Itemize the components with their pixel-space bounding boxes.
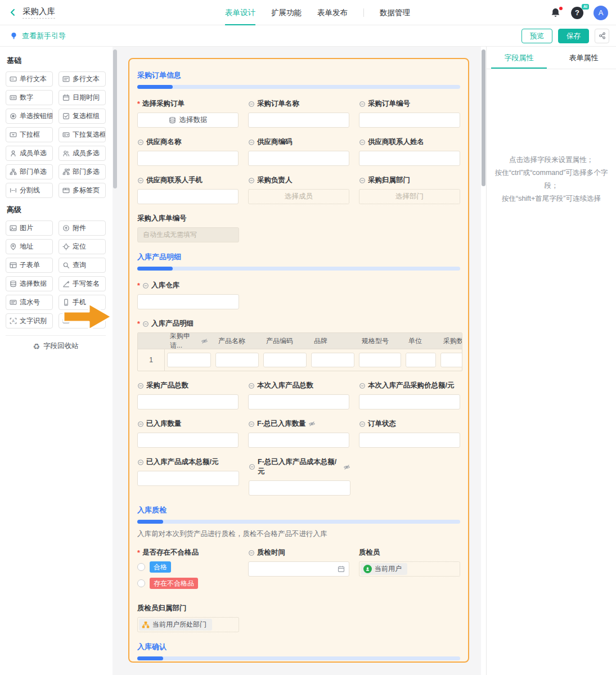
text-input[interactable] bbox=[249, 480, 350, 496]
form-field[interactable]: F-总已入库产品成本总额/元 bbox=[249, 457, 350, 496]
subform-cell-input[interactable] bbox=[215, 353, 259, 367]
subform-cell-input[interactable] bbox=[359, 353, 401, 367]
form-field[interactable]: 本次入库产品总数 bbox=[248, 381, 349, 410]
subform-table[interactable]: 采购申请...产品名称产品编码品牌规格型号单位采购数1 bbox=[137, 332, 462, 371]
top-tab-表单发布[interactable]: 表单发布 bbox=[317, 0, 348, 25]
form-field[interactable]: 已入库数量 bbox=[137, 419, 239, 448]
form-field[interactable]: 供应商名称 bbox=[137, 137, 239, 166]
form-field[interactable]: 采购订单名称 bbox=[248, 99, 349, 128]
sidebar-item-部门多选[interactable]: 部门多选 bbox=[59, 164, 106, 179]
form-field[interactable]: 供应商编码 bbox=[248, 137, 349, 166]
form-field[interactable]: 采购入库单编号自动生成无需填写 bbox=[137, 214, 239, 242]
sidebar-item-多行文本[interactable]: 多行文本 bbox=[59, 71, 106, 87]
sidebar-item-子表单[interactable]: 子表单 bbox=[6, 258, 53, 273]
text-input[interactable] bbox=[137, 471, 239, 486]
text-input[interactable] bbox=[248, 151, 349, 166]
text-input[interactable] bbox=[359, 433, 460, 448]
top-tab-表单设计[interactable]: 表单设计 bbox=[225, 0, 255, 25]
top-tab-扩展功能[interactable]: 扩展功能 bbox=[271, 0, 302, 25]
dept-value-box[interactable]: 当前用户所处部门 bbox=[137, 617, 239, 632]
form-field[interactable]: 供应商联系人姓名 bbox=[359, 137, 460, 166]
sidebar-item-流水号[interactable]: 流水号 bbox=[6, 295, 53, 310]
radio-option[interactable]: 存在不合格品 bbox=[137, 578, 239, 589]
text-input[interactable] bbox=[137, 394, 239, 410]
sidebar-item-部门单选[interactable]: 部门单选 bbox=[6, 164, 53, 179]
sidebar-item-定位[interactable]: 定位 bbox=[59, 239, 106, 254]
text-input[interactable] bbox=[359, 394, 460, 410]
sidebar-item-成员单选[interactable]: 成员单选 bbox=[6, 146, 53, 161]
sidebar-item-下拉复选框[interactable]: 下拉复选框 bbox=[59, 127, 106, 142]
text-input[interactable] bbox=[137, 189, 239, 204]
form-field[interactable]: 采购产品总数 bbox=[137, 381, 239, 410]
newbie-guide-link[interactable]: 查看新手引导 bbox=[10, 31, 66, 41]
form-field[interactable]: *入库产品明细采购申请...产品名称产品编码品牌规格型号单位采购数1 bbox=[137, 319, 460, 371]
sidebar-item-数字[interactable]: 数字 bbox=[6, 90, 53, 105]
form-field[interactable]: 质检时间 bbox=[248, 548, 349, 577]
field-recycle-bin[interactable]: ♻字段回收站 bbox=[6, 335, 106, 357]
sidebar-item-分割线[interactable]: 分割线 bbox=[6, 183, 53, 198]
form-field[interactable]: *是否存在不合格品合格存在不合格品 bbox=[137, 548, 239, 594]
sidebar-item-单选按钮组[interactable]: 单选按钮组 bbox=[6, 109, 53, 124]
text-input[interactable] bbox=[248, 112, 349, 128]
radio-circle[interactable] bbox=[137, 579, 145, 587]
tab-field-properties[interactable]: 字段属性 bbox=[487, 47, 551, 69]
text-input[interactable] bbox=[248, 433, 349, 448]
form-field[interactable]: F-总已入库数量 bbox=[248, 419, 349, 448]
picker-placeholder[interactable]: 选择成员 bbox=[248, 189, 349, 204]
form-field[interactable]: 质检员当前用户 bbox=[359, 548, 460, 577]
preview-button[interactable]: 预览 bbox=[521, 29, 552, 43]
form-field[interactable]: 已入库产品成本总额/元 bbox=[137, 457, 239, 486]
form-field[interactable]: 采购负责人选择成员 bbox=[248, 176, 349, 204]
save-button[interactable]: 保存 bbox=[558, 29, 589, 43]
form-field[interactable]: 供应商联系人手机 bbox=[137, 176, 239, 204]
sidebar-item-单行文本[interactable]: 单行文本 bbox=[6, 71, 53, 87]
avatar[interactable]: A bbox=[593, 6, 608, 20]
sidebar-item-hidden[interactable] bbox=[59, 313, 106, 328]
sidebar-item-复选框组[interactable]: 复选框组 bbox=[59, 109, 106, 124]
share-button[interactable] bbox=[595, 29, 609, 43]
back-button[interactable] bbox=[9, 8, 17, 16]
sidebar-item-文字识别[interactable]: A文字识别 bbox=[6, 313, 53, 328]
sidebar-item-下拉框[interactable]: 下拉框 bbox=[6, 127, 53, 142]
form-field[interactable]: *入库仓库 bbox=[137, 281, 239, 309]
subform-cell-input[interactable] bbox=[263, 353, 307, 367]
picker-placeholder[interactable]: 选择部门 bbox=[359, 189, 460, 204]
member-value-box[interactable]: 当前用户 bbox=[359, 561, 460, 577]
radio-circle[interactable] bbox=[137, 563, 145, 571]
form-canvas[interactable]: 采购订单信息*选择采购订单选择数据采购订单名称采购订单编号供应商名称供应商编码供… bbox=[128, 58, 469, 663]
sidebar-item-附件[interactable]: 附件 bbox=[59, 220, 106, 236]
help-icon[interactable]: ? AI bbox=[571, 7, 583, 19]
sidebar-item-图片[interactable]: 图片 bbox=[6, 220, 53, 236]
sidebar-item-手机[interactable]: 手机 bbox=[59, 295, 106, 310]
form-field[interactable]: *选择采购订单选择数据 bbox=[137, 99, 239, 128]
form-field[interactable]: 质检员归属部门当前用户所处部门 bbox=[137, 604, 239, 632]
text-input[interactable] bbox=[137, 151, 239, 166]
text-input[interactable] bbox=[137, 433, 239, 448]
subform-cell-input[interactable] bbox=[311, 353, 354, 367]
subform-cell-input[interactable] bbox=[406, 353, 436, 367]
sidebar-item-选择数据[interactable]: 选择数据 bbox=[6, 276, 53, 291]
date-input[interactable] bbox=[248, 561, 349, 577]
sidebar-item-查询[interactable]: 查询 bbox=[59, 258, 106, 273]
subform-cell-input[interactable] bbox=[440, 353, 462, 367]
top-tab-数据管理[interactable]: 数据管理 bbox=[380, 0, 410, 25]
sidebar-item-多标签页[interactable]: 多标签页 bbox=[59, 183, 106, 198]
sidebar-item-手写签名[interactable]: 手写签名 bbox=[59, 276, 106, 291]
sidebar-item-成员多选[interactable]: 成员多选 bbox=[59, 146, 106, 161]
text-input[interactable] bbox=[137, 294, 239, 309]
text-input[interactable] bbox=[359, 151, 460, 166]
form-field[interactable]: 订单状态 bbox=[359, 419, 460, 448]
select-data-button[interactable]: 选择数据 bbox=[137, 112, 239, 128]
sidebar-item-日期时间[interactable]: 日期时间 bbox=[59, 90, 106, 105]
text-input[interactable] bbox=[248, 394, 349, 410]
text-input[interactable] bbox=[359, 112, 460, 128]
sidebar-item-地址[interactable]: 地址 bbox=[6, 239, 53, 254]
subform-cell-input[interactable] bbox=[167, 353, 211, 367]
form-field[interactable]: 采购归属部门选择部门 bbox=[359, 176, 460, 204]
radio-option[interactable]: 合格 bbox=[137, 561, 239, 573]
form-field[interactable]: 采购订单编号 bbox=[359, 99, 460, 128]
form-field[interactable]: 本次入库产品采购价总额/元 bbox=[359, 381, 460, 410]
notifications-bell-icon[interactable] bbox=[550, 7, 561, 18]
canvas-scrollbar-thumb[interactable] bbox=[482, 50, 485, 186]
sidebar-scrollbar-thumb[interactable] bbox=[113, 50, 117, 188]
